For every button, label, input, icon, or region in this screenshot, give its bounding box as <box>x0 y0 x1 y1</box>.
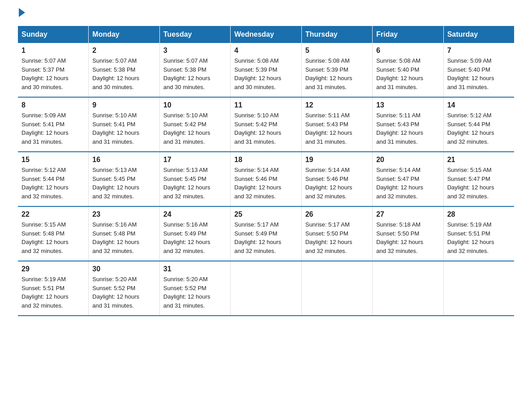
calendar-cell: 20 Sunrise: 5:14 AMSunset: 5:47 PMDaylig… <box>373 152 443 206</box>
calendar-cell <box>301 261 372 316</box>
day-info: Sunrise: 5:09 AMSunset: 5:40 PMDaylight:… <box>447 57 494 90</box>
header-saturday: Saturday <box>443 26 514 43</box>
calendar-cell: 7 Sunrise: 5:09 AMSunset: 5:40 PMDayligh… <box>443 43 514 97</box>
day-number: 30 <box>92 265 155 273</box>
day-info: Sunrise: 5:07 AMSunset: 5:37 PMDaylight:… <box>21 57 69 90</box>
day-info: Sunrise: 5:07 AMSunset: 5:38 PMDaylight:… <box>163 57 210 90</box>
day-info: Sunrise: 5:14 AMSunset: 5:46 PMDaylight:… <box>305 167 352 200</box>
day-info: Sunrise: 5:10 AMSunset: 5:42 PMDaylight:… <box>163 112 210 145</box>
day-info: Sunrise: 5:12 AMSunset: 5:44 PMDaylight:… <box>21 167 69 200</box>
calendar-cell: 26 Sunrise: 5:17 AMSunset: 5:50 PMDaylig… <box>301 206 372 261</box>
day-info: Sunrise: 5:12 AMSunset: 5:44 PMDaylight:… <box>447 112 494 145</box>
header-wednesday: Wednesday <box>231 26 301 43</box>
calendar-cell: 14 Sunrise: 5:12 AMSunset: 5:44 PMDaylig… <box>443 97 514 152</box>
header-thursday: Thursday <box>301 26 372 43</box>
day-info: Sunrise: 5:09 AMSunset: 5:41 PMDaylight:… <box>21 112 69 145</box>
calendar-cell: 4 Sunrise: 5:08 AMSunset: 5:39 PMDayligh… <box>231 43 301 97</box>
calendar-cell: 17 Sunrise: 5:13 AMSunset: 5:45 PMDaylig… <box>159 152 230 206</box>
calendar-cell: 28 Sunrise: 5:19 AMSunset: 5:51 PMDaylig… <box>443 206 514 261</box>
day-number: 10 <box>163 101 227 109</box>
day-number: 17 <box>163 156 227 164</box>
header-tuesday: Tuesday <box>159 26 230 43</box>
day-number: 28 <box>447 210 511 218</box>
day-number: 6 <box>376 47 439 55</box>
day-info: Sunrise: 5:14 AMSunset: 5:47 PMDaylight:… <box>376 167 423 200</box>
day-info: Sunrise: 5:13 AMSunset: 5:45 PMDaylight:… <box>92 167 139 200</box>
day-info: Sunrise: 5:07 AMSunset: 5:38 PMDaylight:… <box>92 57 139 90</box>
day-number: 11 <box>234 101 297 109</box>
calendar-cell: 8 Sunrise: 5:09 AMSunset: 5:41 PMDayligh… <box>18 97 89 152</box>
day-number: 29 <box>21 265 85 273</box>
day-info: Sunrise: 5:10 AMSunset: 5:41 PMDaylight:… <box>92 112 139 145</box>
calendar-cell <box>443 261 514 316</box>
day-number: 16 <box>92 156 155 164</box>
calendar-cell: 6 Sunrise: 5:08 AMSunset: 5:40 PMDayligh… <box>373 43 443 97</box>
calendar-cell: 16 Sunrise: 5:13 AMSunset: 5:45 PMDaylig… <box>89 152 159 206</box>
week-row-3: 15 Sunrise: 5:12 AMSunset: 5:44 PMDaylig… <box>18 152 514 206</box>
day-number: 7 <box>447 47 511 55</box>
calendar-cell: 24 Sunrise: 5:16 AMSunset: 5:49 PMDaylig… <box>159 206 230 261</box>
calendar-cell: 31 Sunrise: 5:20 AMSunset: 5:52 PMDaylig… <box>159 261 230 316</box>
day-number: 21 <box>447 156 511 164</box>
day-info: Sunrise: 5:15 AMSunset: 5:48 PMDaylight:… <box>21 221 69 254</box>
calendar-cell: 19 Sunrise: 5:14 AMSunset: 5:46 PMDaylig… <box>301 152 372 206</box>
calendar-cell: 30 Sunrise: 5:20 AMSunset: 5:52 PMDaylig… <box>89 261 159 316</box>
calendar-cell: 3 Sunrise: 5:07 AMSunset: 5:38 PMDayligh… <box>159 43 230 97</box>
day-info: Sunrise: 5:17 AMSunset: 5:49 PMDaylight:… <box>234 221 281 254</box>
calendar-cell: 9 Sunrise: 5:10 AMSunset: 5:41 PMDayligh… <box>89 97 159 152</box>
header-sunday: Sunday <box>18 26 89 43</box>
day-info: Sunrise: 5:15 AMSunset: 5:47 PMDaylight:… <box>447 167 494 200</box>
day-number: 4 <box>234 47 297 55</box>
page-header <box>18 13 514 17</box>
calendar-cell: 5 Sunrise: 5:08 AMSunset: 5:39 PMDayligh… <box>301 43 372 97</box>
day-info: Sunrise: 5:16 AMSunset: 5:49 PMDaylight:… <box>163 221 210 254</box>
day-number: 26 <box>305 210 369 218</box>
calendar-cell: 10 Sunrise: 5:10 AMSunset: 5:42 PMDaylig… <box>159 97 230 152</box>
day-info: Sunrise: 5:20 AMSunset: 5:52 PMDaylight:… <box>163 276 210 309</box>
calendar-cell: 11 Sunrise: 5:10 AMSunset: 5:42 PMDaylig… <box>231 97 301 152</box>
day-number: 15 <box>21 156 85 164</box>
day-number: 31 <box>163 265 227 273</box>
day-number: 8 <box>21 101 85 109</box>
day-info: Sunrise: 5:14 AMSunset: 5:46 PMDaylight:… <box>234 167 281 200</box>
day-number: 2 <box>92 47 155 55</box>
day-info: Sunrise: 5:19 AMSunset: 5:51 PMDaylight:… <box>447 221 494 254</box>
day-info: Sunrise: 5:18 AMSunset: 5:50 PMDaylight:… <box>376 221 423 254</box>
day-info: Sunrise: 5:20 AMSunset: 5:52 PMDaylight:… <box>92 276 139 309</box>
calendar-cell: 2 Sunrise: 5:07 AMSunset: 5:38 PMDayligh… <box>89 43 159 97</box>
week-row-1: 1 Sunrise: 5:07 AMSunset: 5:37 PMDayligh… <box>18 43 514 97</box>
logo-triangle-icon <box>19 8 25 17</box>
calendar-cell <box>231 261 301 316</box>
calendar-cell: 23 Sunrise: 5:16 AMSunset: 5:48 PMDaylig… <box>89 206 159 261</box>
day-number: 9 <box>92 101 155 109</box>
calendar-cell <box>373 261 443 316</box>
calendar-cell: 12 Sunrise: 5:11 AMSunset: 5:43 PMDaylig… <box>301 97 372 152</box>
day-info: Sunrise: 5:13 AMSunset: 5:45 PMDaylight:… <box>163 167 210 200</box>
day-info: Sunrise: 5:08 AMSunset: 5:39 PMDaylight:… <box>234 57 281 90</box>
header-row: SundayMondayTuesdayWednesdayThursdayFrid… <box>18 26 514 43</box>
day-number: 3 <box>163 47 227 55</box>
calendar-cell: 29 Sunrise: 5:19 AMSunset: 5:51 PMDaylig… <box>18 261 89 316</box>
calendar-table: SundayMondayTuesdayWednesdayThursdayFrid… <box>18 26 514 316</box>
day-number: 19 <box>305 156 369 164</box>
day-number: 23 <box>92 210 155 218</box>
calendar-cell: 18 Sunrise: 5:14 AMSunset: 5:46 PMDaylig… <box>231 152 301 206</box>
day-number: 20 <box>376 156 439 164</box>
week-row-5: 29 Sunrise: 5:19 AMSunset: 5:51 PMDaylig… <box>18 261 514 316</box>
day-info: Sunrise: 5:10 AMSunset: 5:42 PMDaylight:… <box>234 112 281 145</box>
header-friday: Friday <box>373 26 443 43</box>
day-info: Sunrise: 5:11 AMSunset: 5:43 PMDaylight:… <box>376 112 423 145</box>
calendar-cell: 13 Sunrise: 5:11 AMSunset: 5:43 PMDaylig… <box>373 97 443 152</box>
day-info: Sunrise: 5:08 AMSunset: 5:40 PMDaylight:… <box>376 57 423 90</box>
day-number: 27 <box>376 210 439 218</box>
day-number: 5 <box>305 47 369 55</box>
week-row-4: 22 Sunrise: 5:15 AMSunset: 5:48 PMDaylig… <box>18 206 514 261</box>
day-info: Sunrise: 5:11 AMSunset: 5:43 PMDaylight:… <box>305 112 352 145</box>
day-info: Sunrise: 5:16 AMSunset: 5:48 PMDaylight:… <box>92 221 139 254</box>
calendar-cell: 15 Sunrise: 5:12 AMSunset: 5:44 PMDaylig… <box>18 152 89 206</box>
day-number: 12 <box>305 101 369 109</box>
day-info: Sunrise: 5:08 AMSunset: 5:39 PMDaylight:… <box>305 57 352 90</box>
day-number: 24 <box>163 210 227 218</box>
calendar-cell: 25 Sunrise: 5:17 AMSunset: 5:49 PMDaylig… <box>231 206 301 261</box>
calendar-cell: 21 Sunrise: 5:15 AMSunset: 5:47 PMDaylig… <box>443 152 514 206</box>
